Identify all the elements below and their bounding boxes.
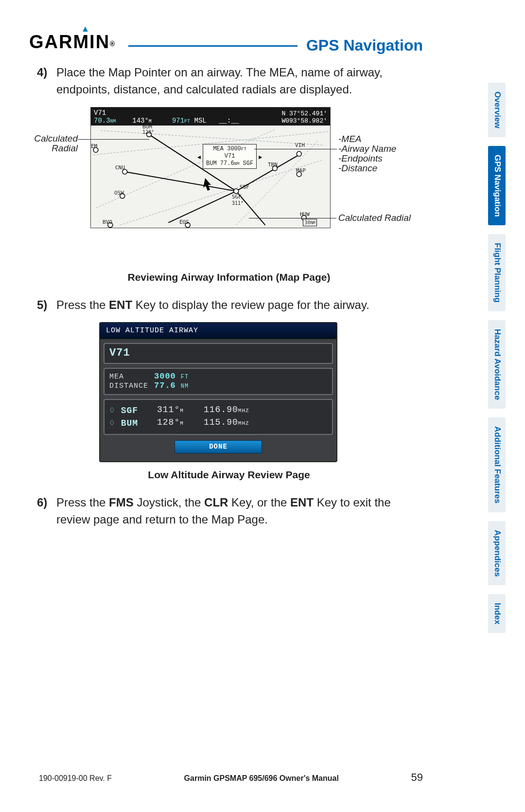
done-button[interactable]: Done bbox=[175, 440, 262, 453]
review-mea-value: 3000 bbox=[154, 372, 176, 381]
map-label-cnu: CNU bbox=[115, 164, 125, 171]
callout-airway-name: -Airway Name bbox=[338, 144, 396, 154]
footer-pagenum: 59 bbox=[411, 771, 423, 784]
tab-overview[interactable]: Overview bbox=[488, 83, 506, 137]
map-latitude: N 37°52.491' bbox=[281, 110, 327, 117]
review-mea-label: MEA bbox=[109, 373, 149, 381]
review-distance-value: 77.6 bbox=[154, 381, 176, 390]
garmin-logo: ▲ GARMIN® bbox=[29, 32, 116, 54]
step-6-text: Press the FMS Joystick, the CLR Key, or … bbox=[56, 494, 421, 528]
map-bearing-unit: M bbox=[149, 119, 152, 124]
callout-line bbox=[249, 218, 336, 218]
svg-point-11 bbox=[234, 188, 239, 193]
review-title: LOW ALTITUDE AIRWAY bbox=[100, 323, 336, 339]
svg-line-9 bbox=[125, 172, 236, 191]
map-body: BUM 128° SGF311° EM CNU OSW BVO EOS SGF … bbox=[91, 126, 330, 228]
map-label-vih: VIH bbox=[295, 142, 305, 148]
tab-flight-planning[interactable]: Flight Planning bbox=[488, 234, 506, 311]
caption-2: Low Altitude Airway Review Page bbox=[37, 469, 421, 481]
key-fms: FMS bbox=[109, 496, 134, 509]
review-screenshot: LOW ALTITUDE AIRWAY V71 MEA 3000FT DISTA… bbox=[99, 322, 337, 462]
tab-hazard-avoidance[interactable]: Hazard Avoidance bbox=[488, 320, 506, 409]
footer-docrev: 190-00919-00 Rev. F bbox=[39, 774, 112, 783]
callout-distance: -Distance bbox=[338, 163, 377, 173]
step-4-text: Place the Map Pointer on an airway. The … bbox=[56, 64, 421, 98]
map-label-eos: EOS bbox=[179, 219, 189, 225]
callout-line bbox=[78, 139, 149, 140]
right-arrow-icon: ► bbox=[259, 154, 262, 162]
map-airway-id: V71 bbox=[94, 109, 106, 117]
key-ent: ENT bbox=[109, 298, 132, 311]
review-row-bum: ♢ BUM 128°M 115.90MHZ bbox=[109, 417, 327, 428]
side-tabs: Overview GPS Navigation Flight Planning … bbox=[488, 83, 506, 633]
map-altitude-value: 971 bbox=[172, 117, 184, 125]
map-label-map: MAP bbox=[296, 167, 306, 174]
svg-marker-21 bbox=[203, 178, 211, 191]
svg-line-8 bbox=[168, 191, 236, 222]
review-waypoints-box: ♢ SGF 311°M 116.90MHZ ♢ BUM 128°M 115.90… bbox=[104, 399, 333, 435]
map-label-osw: OSW bbox=[114, 190, 124, 196]
map-label-bvo: BVO bbox=[103, 219, 112, 225]
popup-dist: BUM 77.6 bbox=[206, 160, 234, 167]
tab-additional-features[interactable]: Additional Features bbox=[488, 417, 506, 512]
map-svg bbox=[91, 126, 330, 228]
review-id-box: V71 bbox=[104, 343, 333, 364]
map-longitude: W093°58.982' bbox=[281, 117, 327, 125]
step-6-number: 6) bbox=[37, 494, 56, 528]
callout-mea: -MEA bbox=[338, 134, 362, 144]
map-label-em: EM bbox=[91, 143, 97, 149]
popup-id: V71 bbox=[225, 153, 235, 160]
page-content: 4) Place the Map Pointer on an airway. T… bbox=[37, 64, 421, 537]
map-label-huw: HUW bbox=[300, 211, 310, 217]
tab-appendices[interactable]: Appendices bbox=[488, 521, 506, 585]
key-clr: CLR bbox=[204, 496, 228, 509]
left-arrow-icon: ◄ bbox=[197, 154, 201, 162]
step-5-number: 5) bbox=[37, 297, 56, 314]
map-scale: 30NM bbox=[303, 219, 317, 226]
callout-line bbox=[254, 149, 337, 149]
map-bearing-value: 143° bbox=[132, 117, 149, 125]
step-4: 4) Place the Map Pointer on an airway. T… bbox=[37, 64, 421, 98]
key-ent-2: ENT bbox=[290, 496, 314, 509]
review-distance-label: DISTANCE bbox=[109, 382, 149, 390]
review-airway-id: V71 bbox=[109, 347, 327, 359]
map-figure: Calculated Radial -MEA -Airway Name -End… bbox=[37, 107, 421, 263]
map-popup: ◄ ► MEA 3000FT V71 BUM 77.6NM SGF bbox=[203, 144, 257, 169]
map-distance-value: 70.3 bbox=[94, 117, 110, 125]
map-label-sgf-311: SGF311° bbox=[232, 194, 244, 206]
page-header: ▲ GARMIN® GPS Navigation bbox=[29, 23, 423, 54]
map-label-tbn: TBN bbox=[268, 162, 278, 168]
step-4-number: 4) bbox=[37, 64, 56, 98]
map-time-dash: __:__ bbox=[219, 117, 239, 125]
page-footer: 190-00919-00 Rev. F Garmin GPSMAP 695/69… bbox=[39, 771, 423, 784]
map-msl: MSL bbox=[194, 117, 207, 125]
map-distance-unit: NM bbox=[110, 119, 116, 124]
review-mea-distance-box: MEA 3000FT DISTANCE 77.6NM bbox=[104, 368, 333, 395]
step-5: 5) Press the ENT Key to display the revi… bbox=[37, 297, 421, 314]
callout-calc-radial-left: Calculated Radial bbox=[29, 134, 78, 153]
tab-gps-navigation[interactable]: GPS Navigation bbox=[488, 146, 506, 226]
map-label-sgf: SGF bbox=[240, 184, 249, 190]
callout-calc-radial-right: Calculated Radial bbox=[338, 213, 411, 223]
map-altitude-unit: FT bbox=[184, 119, 190, 124]
tab-index[interactable]: Index bbox=[488, 594, 506, 633]
caption-1: Reviewing Airway Information (Map Page) bbox=[37, 271, 421, 283]
footer-title: Garmin GPSMAP 695/696 Owner's Manual bbox=[184, 774, 339, 783]
svg-line-3 bbox=[120, 160, 323, 225]
step-6: 6) Press the FMS Joystick, the CLR Key, … bbox=[37, 494, 421, 528]
review-row-sgf: ♢ SGF 311°M 116.90MHZ bbox=[109, 405, 327, 415]
map-status-bar: V71 70.3NM 143°M 971FT MSL __:__ N 37°52… bbox=[91, 108, 330, 126]
section-title: GPS Navigation bbox=[306, 36, 423, 54]
logo-delta-icon: ▲ bbox=[81, 24, 91, 34]
map-screenshot: V71 70.3NM 143°M 971FT MSL __:__ N 37°52… bbox=[90, 107, 331, 228]
popup-mea: MEA 3000 bbox=[213, 145, 241, 152]
header-rule bbox=[128, 45, 298, 47]
callout-endpoints: -Endpoints bbox=[338, 154, 383, 163]
step-5-text: Press the ENT Key to display the review … bbox=[56, 297, 421, 314]
svg-point-17 bbox=[297, 151, 301, 156]
logo-text: GARMIN bbox=[29, 32, 110, 52]
